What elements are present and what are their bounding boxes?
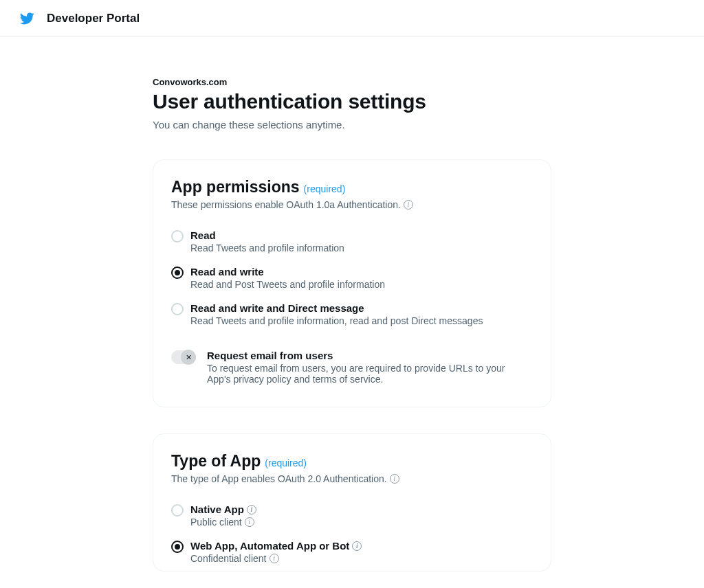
option-label: Read and write: [190, 266, 533, 278]
option-text: Native App i Public client i: [190, 504, 533, 528]
option-description: Read and Post Tweets and profile informa…: [190, 279, 533, 290]
breadcrumb[interactable]: Convoworks.com: [153, 77, 551, 87]
option-text: Read and write and Direct message Read T…: [190, 302, 533, 326]
radio-option-read[interactable]: Read Read Tweets and profile information: [171, 229, 533, 253]
app-permissions-card: App permissions (required) These permiss…: [153, 159, 551, 407]
info-icon[interactable]: i: [247, 505, 256, 514]
radio-option-read-write[interactable]: Read and write Read and Post Tweets and …: [171, 266, 533, 290]
option-label: Read and write and Direct message: [190, 302, 533, 314]
option-description-text: Public client: [190, 517, 242, 528]
option-text: Read Read Tweets and profile information: [190, 229, 533, 253]
toggle-label: Request email from users: [207, 350, 533, 361]
toggle-switch[interactable]: ✕: [171, 350, 196, 364]
page-subtitle: You can change these selections anytime.: [153, 119, 551, 131]
section-head: App permissions (required): [171, 178, 533, 196]
required-label: (required): [265, 457, 307, 468]
content: Convoworks.com User authentication setti…: [153, 77, 551, 588]
option-text: Read and write Read and Post Tweets and …: [190, 266, 533, 290]
info-icon[interactable]: i: [352, 541, 362, 551]
info-icon[interactable]: i: [404, 200, 413, 210]
info-icon[interactable]: i: [245, 517, 254, 527]
option-label-text: Native App: [190, 504, 244, 515]
section-description-text: These permissions enable OAuth 1.0a Auth…: [171, 199, 401, 210]
radio-circle-icon: [171, 504, 184, 517]
portal-title[interactable]: Developer Portal: [47, 12, 140, 25]
section-title: Type of App: [171, 452, 261, 471]
option-label: Web App, Automated App or Bot i: [190, 540, 533, 552]
info-icon[interactable]: i: [390, 474, 399, 484]
option-description-text: Confidential client: [190, 553, 267, 564]
request-email-toggle-row: ✕ Request email from users To request em…: [171, 350, 533, 385]
radio-option-read-write-dm[interactable]: Read and write and Direct message Read T…: [171, 302, 533, 326]
apptype-radio-group: Native App i Public client i Web App, Au…: [171, 504, 533, 564]
option-description: Read Tweets and profile information, rea…: [190, 315, 533, 326]
twitter-icon: [19, 11, 34, 26]
radio-circle-icon: [171, 230, 184, 242]
section-head: Type of App (required): [171, 452, 533, 471]
radio-circle-icon: [171, 303, 184, 315]
option-description: Public client i: [190, 517, 533, 528]
permissions-radio-group: Read Read Tweets and profile information…: [171, 229, 533, 326]
toggle-text: Request email from users To request emai…: [207, 350, 533, 385]
type-of-app-card: Type of App (required) The type of App e…: [153, 433, 551, 572]
radio-option-web-app[interactable]: Web App, Automated App or Bot i Confiden…: [171, 540, 533, 564]
section-title: App permissions: [171, 178, 300, 196]
option-description: Confidential client i: [190, 553, 533, 564]
option-label: Native App i: [190, 504, 533, 515]
page-title: User authentication settings: [153, 90, 551, 113]
top-bar: Developer Portal: [0, 0, 704, 37]
radio-circle-selected-icon: [171, 267, 184, 279]
toggle-knob: ✕: [181, 350, 196, 365]
option-label: Read: [190, 229, 533, 241]
required-label: (required): [304, 183, 346, 194]
section-description: The type of App enables OAuth 2.0 Authen…: [171, 473, 533, 484]
toggle-description: To request email from users, you are req…: [207, 363, 516, 385]
option-description: Read Tweets and profile information: [190, 242, 533, 253]
radio-circle-selected-icon: [171, 541, 184, 553]
info-icon[interactable]: i: [270, 554, 279, 563]
section-description: These permissions enable OAuth 1.0a Auth…: [171, 199, 533, 210]
section-description-text: The type of App enables OAuth 2.0 Authen…: [171, 473, 387, 484]
content-container: Convoworks.com User authentication setti…: [0, 37, 704, 588]
close-icon: ✕: [186, 353, 192, 362]
radio-option-native-app[interactable]: Native App i Public client i: [171, 504, 533, 528]
option-label-text: Web App, Automated App or Bot: [190, 540, 349, 552]
option-text: Web App, Automated App or Bot i Confiden…: [190, 540, 533, 564]
